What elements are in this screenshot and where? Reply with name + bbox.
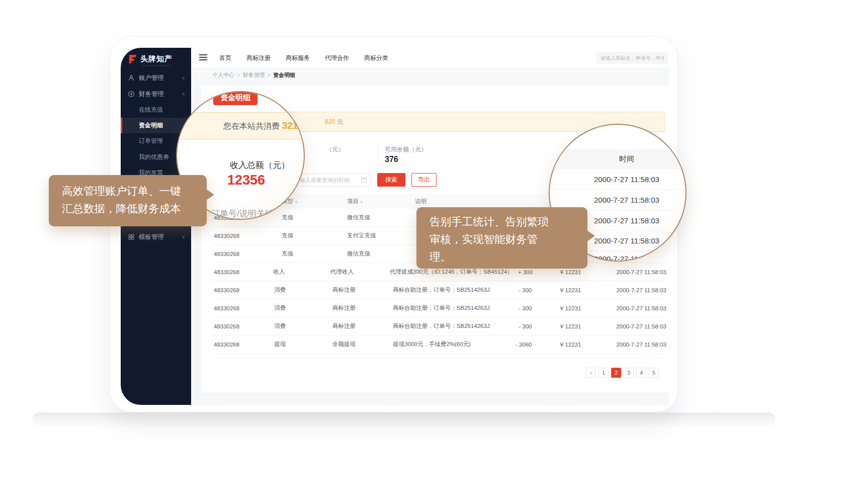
col-type[interactable]: 类型∨ bbox=[282, 198, 347, 205]
lens-time-cell: 2000-7-27 11:58:03 bbox=[594, 196, 659, 204]
pagination-page-3[interactable]: 3 bbox=[624, 368, 634, 378]
date-query-input[interactable] bbox=[294, 174, 371, 187]
lens-time-header: 时间 bbox=[619, 154, 634, 164]
lens-income-label: 收入总额（元） bbox=[230, 159, 290, 171]
pagination-page-1[interactable]: 1 bbox=[599, 368, 609, 378]
sort-caret-icon: ∨ bbox=[360, 200, 363, 204]
callout-right-line: 理。 bbox=[430, 248, 587, 266]
callout-right-line: 审核，实现智能财务管 bbox=[430, 231, 587, 248]
pagination-page-5[interactable]: 5 bbox=[649, 368, 659, 378]
page: 头牌知产 账户管理 ∨ 财务管理 ∧ 在线充值 资金明细 bbox=[0, 0, 853, 504]
callout-right: 告别手工统计、告别繁琐 审核，实现智能财务管 理。 bbox=[416, 207, 587, 269]
sidebar-item-label: 账户管理 bbox=[139, 74, 164, 82]
pagination-prev[interactable]: ‹ bbox=[586, 368, 596, 378]
sidebar-item-online-recharge[interactable]: 在线充值 bbox=[121, 102, 191, 118]
breadcrumb-separator: > bbox=[267, 72, 270, 78]
export-button[interactable]: 导出 bbox=[411, 173, 437, 187]
table-row: 48330268消费商标注册商标自助注册，订单号：SB2514263J- 300… bbox=[211, 281, 666, 299]
calendar-icon[interactable] bbox=[361, 178, 367, 183]
laptop-base bbox=[32, 412, 776, 428]
brand-tagline bbox=[142, 65, 171, 66]
table-row: 48330268消费商标注册商标自助注册，订单号：SB2514263J- 300… bbox=[211, 317, 666, 335]
table-row: 48330268提现余额提现提现3000元，手续费2%(60元)- 3060¥ … bbox=[211, 335, 666, 354]
search-button[interactable]: 搜索 bbox=[377, 173, 405, 187]
brand-logo-icon bbox=[128, 54, 138, 64]
banner-amount: 820 bbox=[325, 118, 335, 125]
callout-right-line: 告别手工统计、告别繁琐 bbox=[430, 213, 587, 231]
callout-arrow-right-icon bbox=[587, 230, 595, 241]
nav-item-home[interactable]: 首页 bbox=[219, 54, 231, 62]
nav-item-trademark-category[interactable]: 商标分类 bbox=[364, 54, 388, 62]
sidebar-item-label: 模板管理 bbox=[139, 233, 164, 241]
top-nav: 首页 商标注册 商标服务 代理合作 商标分类 bbox=[219, 48, 403, 68]
col-desc: 说明 bbox=[415, 198, 548, 205]
lens-time-cell: 2000-7-27 11:58:03 bbox=[594, 175, 659, 184]
breadcrumb-personal-center[interactable]: 个人中心 bbox=[212, 71, 234, 79]
available-balance-label: 可用余额（元） bbox=[385, 145, 427, 154]
pagination: ‹ 1 2 3 4 5 bbox=[586, 368, 659, 378]
pagination-page-4[interactable]: 4 bbox=[636, 368, 646, 378]
finance-icon bbox=[128, 91, 135, 98]
col-item[interactable]: 项目∨ bbox=[347, 198, 415, 205]
brand-logo[interactable]: 头牌知产 bbox=[128, 54, 173, 64]
user-icon bbox=[128, 74, 135, 81]
lens-row-divider bbox=[550, 189, 687, 190]
hamburger-menu-icon[interactable] bbox=[199, 54, 207, 60]
chevron-up-icon: ∧ bbox=[182, 92, 185, 97]
available-balance-value: 376 bbox=[385, 155, 398, 164]
lens-time-header-strip: 时间 bbox=[550, 149, 687, 169]
nav-item-trademark-register[interactable]: 商标注册 bbox=[246, 54, 271, 62]
chevron-down-icon: ∨ bbox=[182, 75, 185, 80]
template-icon bbox=[128, 233, 135, 240]
sidebar-item-template[interactable]: 模板管理 ∨ bbox=[121, 229, 191, 244]
breadcrumb-current: 资金明细 bbox=[273, 71, 295, 79]
sidebar-item-account[interactable]: 账户管理 ∨ bbox=[121, 70, 191, 86]
nav-item-agent-coop[interactable]: 代理合作 bbox=[325, 54, 349, 62]
chevron-down-icon: ∨ bbox=[182, 234, 185, 239]
stat-partial-label: （元） bbox=[326, 145, 344, 154]
breadcrumb: 个人中心 > 财务管理 > 资金明细 bbox=[191, 68, 669, 81]
callout-left-line: 汇总数据，降低财务成本 bbox=[62, 200, 207, 218]
sidebar: 头牌知产 账户管理 ∨ 财务管理 ∧ 在线充值 资金明细 bbox=[121, 48, 191, 405]
top-bar: 首页 商标注册 商标服务 代理合作 商标分类 bbox=[191, 48, 669, 68]
pagination-page-2[interactable]: 2 bbox=[611, 368, 621, 378]
callout-arrow-right-icon bbox=[206, 189, 214, 200]
breadcrumb-separator: > bbox=[237, 72, 240, 78]
callout-left: 高效管理账户订单、一键 汇总数据，降低财务成本 bbox=[49, 175, 207, 226]
sort-caret-icon: ∨ bbox=[295, 200, 298, 204]
stat-divider bbox=[378, 142, 378, 166]
lens-time-cell: 2000-7-27 11:58:03 bbox=[594, 236, 659, 245]
brand-name: 头牌知产 bbox=[140, 54, 173, 64]
banner-unit: 元 bbox=[337, 118, 343, 126]
breadcrumb-finance[interactable]: 财务管理 bbox=[242, 71, 265, 79]
lens-banner-text: 您在本站共消费 32124 bbox=[223, 120, 305, 132]
global-search-input[interactable] bbox=[596, 52, 668, 64]
lens-income-value: 12356 bbox=[227, 173, 265, 188]
callout-left-line: 高效管理账户订单、一键 bbox=[62, 183, 207, 200]
lens-time-cell: 2000-7-27 11:58:03 bbox=[594, 216, 659, 225]
sidebar-item-finance[interactable]: 财务管理 ∧ bbox=[121, 87, 191, 102]
sidebar-item-label: 财务管理 bbox=[139, 90, 164, 99]
nav-item-trademark-service[interactable]: 商标服务 bbox=[286, 54, 310, 62]
table-row: 48330268消费商标注册商标自助注册，订单号：SB2514263J- 300… bbox=[211, 299, 666, 317]
